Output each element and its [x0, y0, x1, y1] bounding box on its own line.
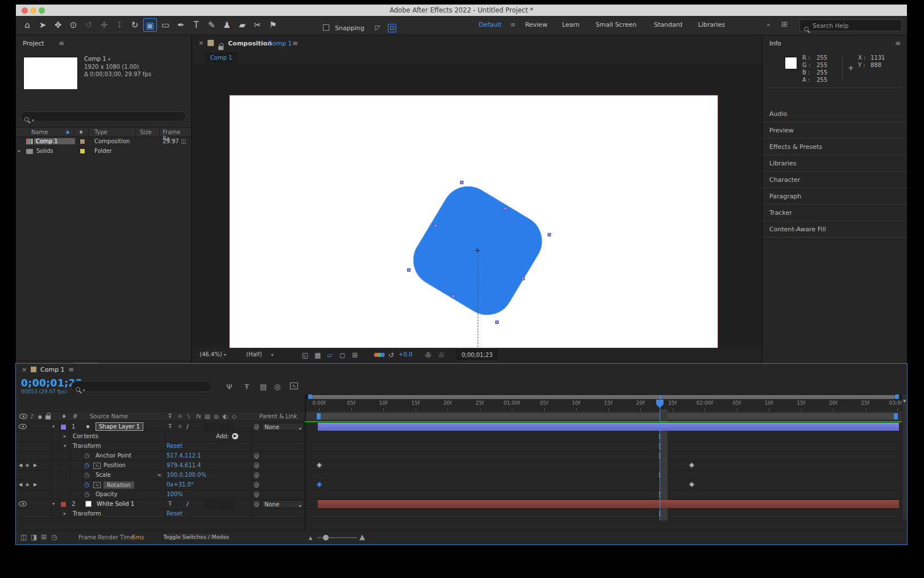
- layer-duration-bar[interactable]: [318, 423, 899, 431]
- mask-visibility-icon[interactable]: ▱: [327, 351, 332, 359]
- keyframe-diamond[interactable]: [689, 463, 695, 468]
- playhead-line[interactable]: [660, 404, 661, 520]
- expander-icon[interactable]: ▸: [18, 148, 20, 153]
- composition-active-name[interactable]: Comp 1: [268, 40, 292, 47]
- info-panel-title[interactable]: Info: [769, 40, 781, 47]
- layer-name[interactable]: White Solid 1: [97, 501, 134, 507]
- next-keyframe-icon[interactable]: ▶: [34, 463, 37, 468]
- brush-tool-icon[interactable]: ✎: [205, 18, 218, 32]
- parent-pickwhip-icon[interactable]: @: [254, 423, 259, 430]
- reset-exposure-icon[interactable]: ↺: [388, 351, 394, 359]
- group-label[interactable]: Transform: [73, 443, 101, 449]
- comp-marker-bin-icon[interactable]: ▼: [903, 399, 906, 404]
- workspace-manager-icon[interactable]: ⊞: [781, 20, 788, 28]
- shy-switch-icon[interactable]: Ŧ: [168, 423, 172, 430]
- expander-icon[interactable]: ▸: [64, 511, 66, 516]
- collapse-switch-icon[interactable]: ☼: [177, 423, 183, 430]
- property-row-opacity[interactable]: ◷Opacity100%@I: [16, 490, 902, 500]
- project-item-name[interactable]: Comp 1: [34, 138, 75, 144]
- region-of-interest-icon[interactable]: ◻: [339, 351, 345, 359]
- reset-link[interactable]: Reset: [167, 510, 183, 517]
- comp-viewer-tab[interactable]: Comp 1: [205, 52, 238, 63]
- parent-link-dropdown[interactable]: None▾: [262, 423, 304, 431]
- take-snapshot-icon[interactable]: ✇: [425, 351, 431, 359]
- property-row-position[interactable]: ◀◆▶◷∿Position979.4,611.4@: [16, 461, 902, 471]
- panel-item-character[interactable]: Character: [763, 172, 907, 188]
- add-keyframe-icon[interactable]: ◆: [26, 463, 29, 468]
- panel-item-content-aware-fill[interactable]: Content-Aware Fill: [763, 221, 907, 238]
- switch-cell[interactable]: [205, 423, 214, 431]
- layer-duration-bar[interactable]: [318, 500, 899, 508]
- property-row-transform[interactable]: ▸TransformResetI: [16, 509, 902, 519]
- rotation-tool-icon[interactable]: ↻: [128, 18, 142, 32]
- expand-layer-switches-icon[interactable]: ◫: [20, 533, 27, 541]
- panel-item-audio[interactable]: Audio: [763, 106, 907, 122]
- add-keyframe-icon[interactable]: ◆: [26, 482, 29, 487]
- parent-pickwhip-icon[interactable]: @: [254, 501, 259, 507]
- eraser-tool-icon[interactable]: ▰: [235, 18, 249, 32]
- workspace-item-small-screen[interactable]: Small Screen: [596, 21, 637, 28]
- selection-handle[interactable]: [495, 321, 499, 324]
- snap-grid-icon[interactable]: ⊡: [388, 24, 396, 32]
- composition-viewer[interactable]: ✛: [192, 64, 761, 348]
- info-panel-menu-icon[interactable]: ≡: [895, 39, 901, 47]
- work-area-end-handle[interactable]: [894, 413, 898, 419]
- expander-icon[interactable]: ▸: [64, 434, 66, 439]
- layer-label-color[interactable]: [60, 501, 67, 508]
- workspace-overflow-chevron[interactable]: »: [766, 21, 770, 28]
- column-size[interactable]: Size: [140, 129, 152, 135]
- stopwatch-icon[interactable]: ◷: [84, 481, 90, 488]
- zoom-tool-icon[interactable]: ⊙: [67, 18, 80, 32]
- zoom-in-mountain-icon[interactable]: ▲: [359, 533, 365, 541]
- selection-tool-icon[interactable]: ➤: [36, 18, 49, 32]
- close-panel-icon[interactable]: ×: [198, 39, 204, 47]
- switch-cell[interactable]: [225, 501, 234, 508]
- switch-cell[interactable]: [205, 501, 214, 508]
- property-pickwhip-icon[interactable]: @: [254, 472, 259, 478]
- property-row-anchor-point[interactable]: ◷Anchor Point517.4,112.1@I: [16, 451, 902, 461]
- roto-brush-tool-icon[interactable]: ✂: [251, 18, 264, 32]
- property-value[interactable]: 979.4,611.4: [167, 462, 201, 468]
- puppet-pin-tool-icon[interactable]: ⚑: [266, 18, 280, 32]
- project-item-name[interactable]: Solids: [35, 148, 55, 154]
- stopwatch-icon[interactable]: ◷: [84, 491, 90, 498]
- switch-cell[interactable]: [215, 501, 224, 508]
- property-label[interactable]: Position: [103, 462, 126, 468]
- zoom-out-mountain-icon[interactable]: ▲: [309, 535, 312, 540]
- sort-ascending-icon[interactable]: ▲: [66, 129, 69, 134]
- workspace-item-libraries[interactable]: Libraries: [698, 21, 726, 28]
- flowchart-icon[interactable]: ◫: [181, 138, 186, 144]
- panel-item-preview[interactable]: Preview: [763, 122, 907, 139]
- layer-visibility-eye-icon[interactable]: [19, 424, 27, 429]
- layer-name[interactable]: Shape Layer 1: [96, 422, 143, 431]
- selection-handle[interactable]: [460, 181, 463, 184]
- layer-row-shape-layer-1[interactable]: ▾1★Shape Layer 1Ŧ☼∕@None▾: [16, 422, 902, 432]
- project-table-header[interactable]: Name ▲ ♦ Type Size Frame Ra...: [16, 127, 191, 137]
- label-color-chip[interactable]: [80, 139, 85, 144]
- panel-item-paragraph[interactable]: Paragraph: [763, 188, 907, 205]
- column-name[interactable]: Name: [31, 129, 48, 135]
- keyframe-diamond[interactable]: [317, 463, 322, 468]
- previous-keyframe-icon[interactable]: ◀: [19, 463, 22, 468]
- fast-previews-icon[interactable]: ◱: [302, 351, 308, 359]
- marquee-tool-icon[interactable]: ▣: [143, 18, 157, 32]
- panel-item-tracker[interactable]: Tracker: [763, 205, 907, 221]
- shape-tool-icon[interactable]: ▭: [159, 18, 172, 32]
- toggle-switches-modes-button[interactable]: Toggle Switches / Modes: [163, 533, 230, 541]
- property-pickwhip-icon[interactable]: @: [254, 452, 259, 459]
- stopwatch-icon[interactable]: ◷: [84, 452, 90, 459]
- property-value[interactable]: 0x+31.0°: [167, 481, 194, 488]
- lock-icon[interactable]: [218, 46, 223, 50]
- panel-item-effects-presets[interactable]: Effects & Presets: [763, 139, 907, 155]
- project-tab[interactable]: Project: [23, 40, 44, 47]
- workspace-item-standard[interactable]: Standard: [654, 21, 682, 28]
- workspace-menu-icon[interactable]: ≡: [510, 21, 515, 28]
- group-label[interactable]: Transform: [73, 510, 101, 517]
- property-label[interactable]: Opacity: [96, 491, 117, 497]
- property-pickwhip-icon[interactable]: @: [254, 462, 259, 468]
- pen-tool-icon[interactable]: ✒: [174, 18, 188, 32]
- property-pickwhip-icon[interactable]: @: [254, 481, 259, 488]
- stopwatch-icon[interactable]: ◷: [84, 462, 90, 469]
- property-row-contents[interactable]: ▸ContentsAdd:▶I: [16, 432, 902, 442]
- layer-label-color[interactable]: [60, 424, 67, 430]
